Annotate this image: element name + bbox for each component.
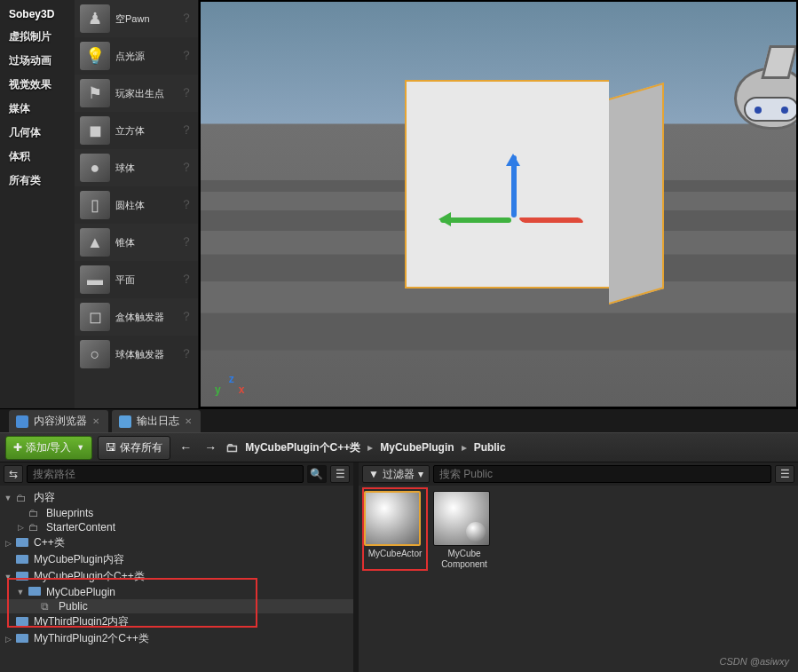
folder-icon: 🗀 bbox=[28, 507, 43, 519]
chevron-down-icon: ▼ bbox=[76, 443, 84, 452]
close-icon[interactable]: ✕ bbox=[92, 416, 99, 426]
asset-grid-panel: MyCubeActor MyCube Component bbox=[353, 486, 798, 672]
tree-row[interactable]: 🗀Blueprints bbox=[0, 506, 353, 520]
asset-tile[interactable]: MyCubeActor bbox=[364, 491, 426, 570]
search-icon[interactable]: 🔍 bbox=[307, 465, 327, 483]
help-icon[interactable]: ？ bbox=[180, 85, 193, 101]
place-actor-item[interactable]: ◻ 盒体触发器 ？ bbox=[75, 298, 198, 336]
actor-label: 空Pawn bbox=[115, 12, 175, 26]
place-actor-item[interactable]: ⚑ 玩家出生点 ？ bbox=[75, 75, 198, 112]
tree-label: C++类 bbox=[34, 535, 65, 550]
tree-row[interactable]: MyThirdPlugin2内容 bbox=[0, 613, 353, 630]
actor-label: 盒体触发器 bbox=[115, 311, 175, 324]
category-item[interactable]: 体积 bbox=[0, 145, 75, 169]
category-item[interactable]: 所有类 bbox=[0, 169, 75, 193]
tree-label: MyThirdPlugin2内容 bbox=[34, 614, 129, 629]
actor-label: 平面 bbox=[115, 273, 175, 287]
breadcrumb-item[interactable]: MyCubePlugin bbox=[380, 441, 454, 454]
tree-row[interactable]: ▼ MyCubePlugin个C++类 bbox=[0, 568, 353, 585]
player-start-billboard[interactable] bbox=[734, 67, 798, 130]
help-icon[interactable]: ？ bbox=[180, 11, 193, 27]
expand-toggle-icon[interactable]: ▼ bbox=[4, 494, 12, 502]
help-icon[interactable]: ？ bbox=[180, 309, 193, 325]
panel-tab[interactable]: 内容浏览器 ✕ bbox=[9, 410, 108, 432]
gizmo-z-axis[interactable] bbox=[511, 155, 517, 217]
place-actor-item[interactable]: ○ 球体触发器 ？ bbox=[75, 336, 198, 373]
help-icon[interactable]: ？ bbox=[180, 234, 193, 250]
expand-toggle-icon[interactable]: ▷ bbox=[4, 635, 12, 644]
panel-tab[interactable]: 输出日志 ✕ bbox=[112, 410, 201, 432]
actor-thumb-icon: ⚑ bbox=[80, 79, 110, 107]
gizmo-x-axis[interactable] bbox=[518, 217, 584, 223]
place-actor-item[interactable]: ● 球体 ？ bbox=[75, 149, 198, 186]
tree-row[interactable]: ▼ 🗀内容 bbox=[0, 489, 353, 506]
actor-thumb-icon: ▬ bbox=[80, 265, 110, 294]
content-browser-panel: 内容浏览器 ✕ 输出日志 ✕ ✚ 添加/导入 ▼ 🖫 保存所有 ← → 🗀 My… bbox=[0, 408, 798, 672]
category-item[interactable]: 媒体 bbox=[0, 97, 75, 121]
category-item[interactable]: Sobey3D bbox=[0, 4, 75, 25]
folder-icon bbox=[16, 616, 30, 629]
expand-toggle-icon[interactable]: ▼ bbox=[16, 588, 25, 597]
view-options-button[interactable]: ☰ bbox=[775, 465, 794, 483]
category-item[interactable]: 过场动画 bbox=[0, 49, 75, 73]
place-actor-item[interactable]: ♟ 空Pawn ？ bbox=[75, 0, 198, 37]
filters-button[interactable]: ▼ 过滤器 ▾ bbox=[362, 465, 430, 483]
place-actor-item[interactable]: ▯ 圆柱体 ？ bbox=[75, 186, 198, 224]
place-actor-item[interactable]: 💡 点光源 ？ bbox=[75, 37, 198, 75]
tree-row[interactable]: ▷ C++类 bbox=[0, 534, 353, 551]
asset-thumbnail bbox=[364, 491, 421, 546]
source-tree-panel: ▼ 🗀内容 🗀Blueprints▷ 🗀StarterContent▷ C++类… bbox=[0, 486, 353, 672]
help-icon[interactable]: ？ bbox=[180, 346, 193, 362]
nav-forward-button[interactable]: → bbox=[201, 440, 220, 455]
expand-toggle-icon[interactable]: ▷ bbox=[4, 539, 12, 548]
place-actor-item[interactable]: ▲ 锥体 ？ bbox=[75, 224, 198, 261]
close-icon[interactable]: ✕ bbox=[185, 416, 192, 426]
gizmo-y-axis[interactable] bbox=[440, 217, 511, 223]
path-search-input[interactable] bbox=[27, 465, 304, 483]
folder-icon: 🗀 bbox=[225, 440, 238, 455]
help-icon[interactable]: ？ bbox=[180, 160, 193, 176]
selected-cube-actor[interactable] bbox=[405, 80, 671, 311]
place-actor-item[interactable]: ▬ 平面 ？ bbox=[75, 261, 198, 298]
actor-label: 球体 bbox=[115, 162, 175, 175]
help-icon[interactable]: ？ bbox=[180, 197, 193, 213]
cube-side-face bbox=[609, 83, 664, 304]
breadcrumb-item[interactable]: MyCubePlugin个C++类 bbox=[245, 440, 360, 455]
asset-label: MyCube Component bbox=[433, 549, 495, 570]
sources-toggle-button[interactable]: ⇆ bbox=[4, 465, 23, 483]
chevron-right-icon: ▸ bbox=[367, 441, 373, 454]
tree-row[interactable]: ▷ MyThirdPlugin2个C++类 bbox=[0, 630, 353, 647]
place-actor-item[interactable]: ◼ 立方体 ？ bbox=[75, 112, 198, 149]
settings-button[interactable]: ☰ bbox=[330, 465, 350, 483]
expand-toggle-icon[interactable]: ▷ bbox=[16, 523, 25, 532]
save-icon: 🖫 bbox=[106, 441, 116, 454]
tree-row[interactable]: MyCubePlugin内容 bbox=[0, 551, 353, 568]
actor-label: 圆柱体 bbox=[115, 199, 175, 212]
actor-thumb-icon: ● bbox=[80, 154, 110, 182]
actor-thumb-icon: ▲ bbox=[80, 228, 110, 257]
nav-back-button[interactable]: ← bbox=[176, 440, 195, 455]
search-filter-row: ⇆ 🔍 ☰ ▼ 过滤器 ▾ ☰ bbox=[0, 462, 798, 486]
code-folder-icon: ⧉ bbox=[41, 600, 55, 613]
tree-row[interactable]: ▷ 🗀StarterContent bbox=[0, 520, 353, 534]
help-icon[interactable]: ？ bbox=[180, 48, 193, 64]
help-icon[interactable]: ？ bbox=[180, 272, 193, 288]
category-item[interactable]: 几何体 bbox=[0, 121, 75, 145]
asset-tile[interactable]: MyCube Component bbox=[433, 491, 495, 570]
folder-icon bbox=[16, 633, 30, 645]
asset-search-input[interactable] bbox=[433, 465, 771, 483]
breadcrumb-item[interactable]: Public bbox=[474, 441, 506, 454]
actor-thumb-icon: ◻ bbox=[80, 303, 110, 331]
asset-thumbnail bbox=[433, 491, 490, 546]
tree-row[interactable]: ⧉Public bbox=[0, 599, 353, 613]
place-actors-panel: ♟ 空Pawn ？💡 点光源 ？⚑ 玩家出生点 ？◼ 立方体 ？● 球体 ？▯ … bbox=[75, 0, 199, 408]
add-import-button[interactable]: ✚ 添加/导入 ▼ bbox=[5, 436, 92, 460]
level-viewport[interactable]: y z x bbox=[199, 0, 798, 408]
save-all-button[interactable]: 🖫 保存所有 bbox=[98, 436, 170, 460]
actor-thumb-icon: ▯ bbox=[80, 191, 110, 219]
help-icon[interactable]: ？ bbox=[180, 123, 193, 138]
expand-toggle-icon[interactable]: ▼ bbox=[4, 573, 12, 581]
category-item[interactable]: 虚拟制片 bbox=[0, 25, 75, 49]
tree-row[interactable]: ▼ MyCubePlugin bbox=[0, 585, 353, 599]
category-item[interactable]: 视觉效果 bbox=[0, 73, 75, 97]
